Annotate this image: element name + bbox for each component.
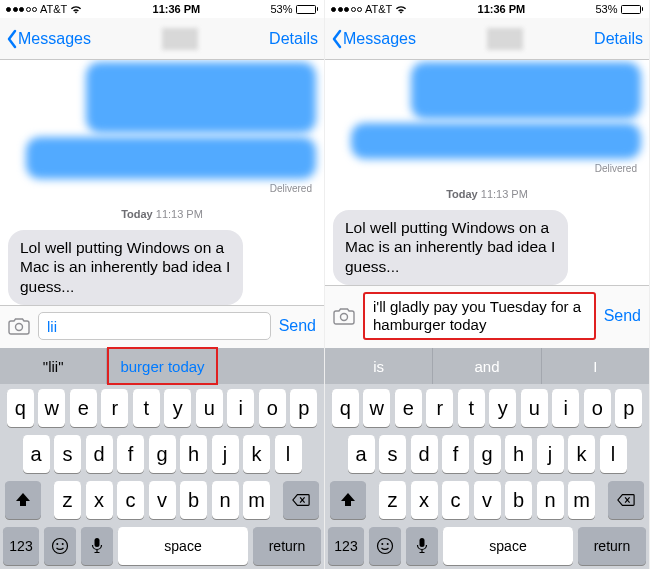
key-y[interactable]: y xyxy=(489,389,516,427)
back-label: Messages xyxy=(18,30,91,48)
dictation-key[interactable] xyxy=(81,527,113,565)
key-h[interactable]: h xyxy=(180,435,207,473)
backspace-key[interactable] xyxy=(608,481,644,519)
key-i[interactable]: i xyxy=(227,389,254,427)
key-j[interactable]: j xyxy=(212,435,239,473)
dictation-key[interactable] xyxy=(406,527,438,565)
key-x[interactable]: x xyxy=(411,481,438,519)
key-m[interactable]: m xyxy=(243,481,270,519)
conversation[interactable]: Delivered Today 11:13 PM Lol well puttin… xyxy=(325,60,649,285)
key-z[interactable]: z xyxy=(54,481,81,519)
shift-key[interactable] xyxy=(5,481,41,519)
wifi-icon xyxy=(70,5,82,14)
prediction-1[interactable]: burger today xyxy=(107,347,217,385)
send-button[interactable]: Send xyxy=(279,317,316,335)
key-w[interactable]: w xyxy=(38,389,65,427)
key-c[interactable]: c xyxy=(442,481,469,519)
space-key[interactable]: space xyxy=(443,527,573,565)
key-n[interactable]: n xyxy=(212,481,239,519)
key-o[interactable]: o xyxy=(584,389,611,427)
key-f[interactable]: f xyxy=(117,435,144,473)
key-v[interactable]: v xyxy=(149,481,176,519)
key-d[interactable]: d xyxy=(411,435,438,473)
key-u[interactable]: u xyxy=(196,389,223,427)
key-l[interactable]: l xyxy=(275,435,302,473)
details-button[interactable]: Details xyxy=(269,30,318,48)
camera-icon[interactable] xyxy=(8,317,30,335)
emoji-key[interactable] xyxy=(44,527,76,565)
back-button[interactable]: Messages xyxy=(331,29,416,49)
key-j[interactable]: j xyxy=(537,435,564,473)
prediction-1[interactable]: and xyxy=(433,348,541,384)
key-z[interactable]: z xyxy=(379,481,406,519)
details-button[interactable]: Details xyxy=(594,30,643,48)
key-d[interactable]: d xyxy=(86,435,113,473)
key-row-3: zxcvbnm xyxy=(3,481,321,519)
battery-icon xyxy=(621,5,644,14)
key-p[interactable]: p xyxy=(615,389,642,427)
key-e[interactable]: e xyxy=(70,389,97,427)
key-v[interactable]: v xyxy=(474,481,501,519)
prediction-bar: "lii" burger today xyxy=(0,348,324,384)
key-g[interactable]: g xyxy=(474,435,501,473)
key-m[interactable]: m xyxy=(568,481,595,519)
key-l[interactable]: l xyxy=(600,435,627,473)
backspace-key[interactable] xyxy=(283,481,319,519)
key-b[interactable]: b xyxy=(180,481,207,519)
key-y[interactable]: y xyxy=(164,389,191,427)
key-h[interactable]: h xyxy=(505,435,532,473)
numbers-key[interactable]: 123 xyxy=(3,527,39,565)
carrier-label: AT&T xyxy=(365,3,392,15)
key-n[interactable]: n xyxy=(537,481,564,519)
key-a[interactable]: a xyxy=(23,435,50,473)
conversation[interactable]: Delivered Today 11:13 PM Lol well puttin… xyxy=(0,60,324,305)
return-key[interactable]: return xyxy=(253,527,321,565)
key-x[interactable]: x xyxy=(86,481,113,519)
key-t[interactable]: t xyxy=(133,389,160,427)
message-input[interactable]: lii xyxy=(38,312,271,340)
battery-icon xyxy=(296,5,319,14)
key-q[interactable]: q xyxy=(7,389,34,427)
prediction-0[interactable]: "lii" xyxy=(0,348,107,384)
key-b[interactable]: b xyxy=(505,481,532,519)
contact-title[interactable] xyxy=(162,28,198,50)
prediction-2[interactable] xyxy=(218,348,324,384)
numbers-key[interactable]: 123 xyxy=(328,527,364,565)
space-key[interactable]: space xyxy=(118,527,248,565)
contact-title[interactable] xyxy=(487,28,523,50)
nav-bar: Messages Details xyxy=(325,18,649,60)
key-k[interactable]: k xyxy=(243,435,270,473)
send-button[interactable]: Send xyxy=(604,307,641,325)
key-row-2: asdfghjkl xyxy=(328,435,646,473)
key-r[interactable]: r xyxy=(426,389,453,427)
key-f[interactable]: f xyxy=(442,435,469,473)
timestamp: Today 11:13 PM xyxy=(446,188,528,200)
key-q[interactable]: q xyxy=(332,389,359,427)
key-c[interactable]: c xyxy=(117,481,144,519)
key-g[interactable]: g xyxy=(149,435,176,473)
key-i[interactable]: i xyxy=(552,389,579,427)
key-row-3: zxcvbnm xyxy=(328,481,646,519)
key-u[interactable]: u xyxy=(521,389,548,427)
message-input[interactable]: i'll gladly pay you Tuesday for a hambur… xyxy=(363,292,596,340)
prediction-2[interactable]: I xyxy=(542,348,649,384)
shift-key[interactable] xyxy=(330,481,366,519)
key-o[interactable]: o xyxy=(259,389,286,427)
key-r[interactable]: r xyxy=(101,389,128,427)
prediction-0[interactable]: is xyxy=(325,348,433,384)
camera-icon[interactable] xyxy=(333,307,355,325)
return-key[interactable]: return xyxy=(578,527,646,565)
emoji-key[interactable] xyxy=(369,527,401,565)
back-button[interactable]: Messages xyxy=(6,29,91,49)
prediction-bar: is and I xyxy=(325,348,649,384)
key-p[interactable]: p xyxy=(290,389,317,427)
key-k[interactable]: k xyxy=(568,435,595,473)
key-s[interactable]: s xyxy=(379,435,406,473)
key-a[interactable]: a xyxy=(348,435,375,473)
svg-rect-4 xyxy=(95,538,100,547)
key-e[interactable]: e xyxy=(395,389,422,427)
key-w[interactable]: w xyxy=(363,389,390,427)
key-t[interactable]: t xyxy=(458,389,485,427)
key-s[interactable]: s xyxy=(54,435,81,473)
battery-pct: 53% xyxy=(270,3,292,15)
